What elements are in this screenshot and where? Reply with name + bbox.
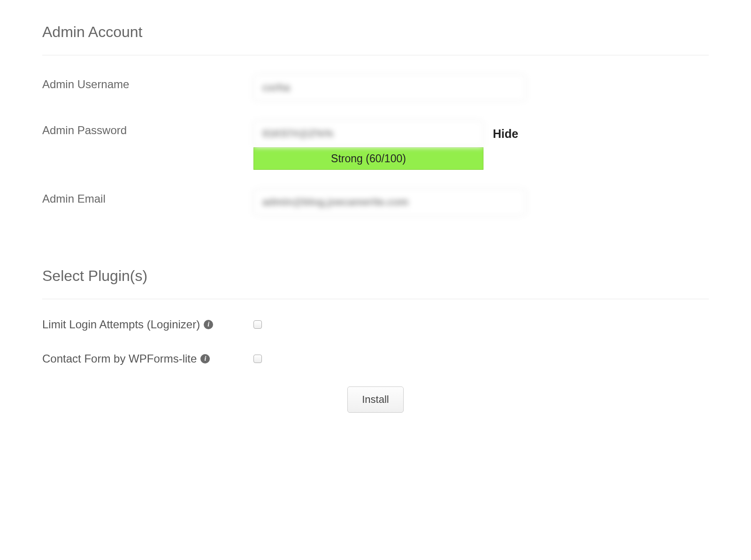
admin-email-row: Admin Email: [42, 189, 709, 216]
divider: [42, 299, 709, 299]
admin-email-input[interactable]: [253, 189, 526, 216]
plugin-label: Limit Login Attempts (Loginizer): [42, 318, 200, 331]
admin-password-input[interactable]: [253, 120, 483, 147]
admin-password-label: Admin Password: [42, 120, 253, 137]
info-icon[interactable]: i: [200, 354, 210, 363]
select-plugins-title: Select Plugin(s): [42, 267, 709, 285]
divider: [42, 55, 709, 55]
admin-username-label: Admin Username: [42, 74, 253, 91]
plugin-row-loginizer: Limit Login Attempts (Loginizer) i: [42, 318, 709, 331]
admin-username-input[interactable]: [253, 74, 526, 101]
admin-username-row: Admin Username: [42, 74, 709, 101]
admin-account-title: Admin Account: [42, 23, 709, 41]
plugin-label: Contact Form by WPForms-lite: [42, 352, 197, 365]
admin-email-label: Admin Email: [42, 189, 253, 205]
hide-password-button[interactable]: Hide: [493, 127, 518, 141]
plugin-checkbox-loginizer[interactable]: [253, 320, 262, 329]
info-icon[interactable]: i: [204, 320, 213, 329]
password-strength-bar: Strong (60/100): [253, 147, 483, 170]
admin-password-row: Admin Password Hide Strong (60/100): [42, 120, 709, 170]
plugin-checkbox-wpforms[interactable]: [253, 355, 262, 363]
install-button[interactable]: Install: [347, 386, 403, 413]
plugin-row-wpforms: Contact Form by WPForms-lite i: [42, 352, 709, 365]
